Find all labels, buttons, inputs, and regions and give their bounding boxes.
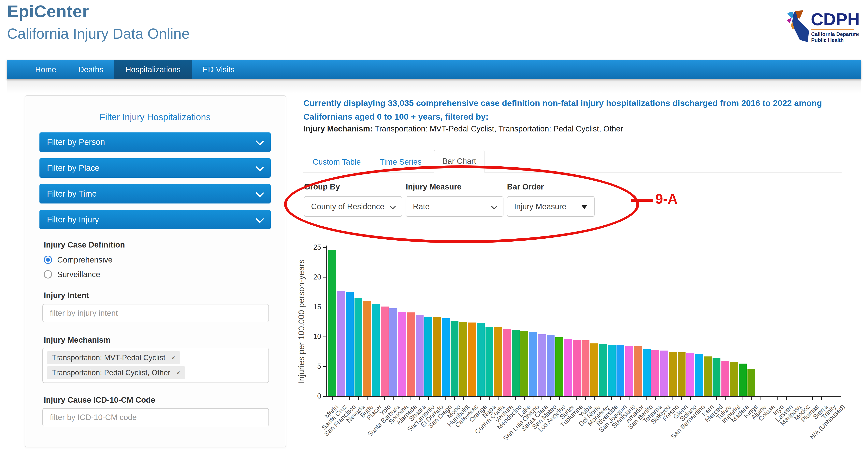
bar-fresno[interactable] [669,352,677,396]
bar-amador[interactable] [634,347,642,396]
x-tick [611,397,612,400]
bar-kings[interactable] [747,369,755,396]
x-tick [480,397,481,400]
bar-nevada[interactable] [354,298,362,396]
accordion-filter-by-time[interactable]: Filter by Time [39,184,271,204]
bar-yuba[interactable] [582,340,589,396]
chevron-down-icon [256,189,264,197]
x-tick [568,397,568,400]
bar-imperial[interactable] [730,362,738,396]
bar-mendocino[interactable] [512,330,520,396]
injury-mechanism-input[interactable]: Transportation: MVT-Pedal Cyclist×Transp… [42,348,269,383]
bar-alameda[interactable] [407,312,415,396]
x-tick [559,397,560,400]
bar-san-joaquin[interactable] [617,345,624,396]
bar-monterey[interactable] [599,344,607,396]
bar-san-bernardino[interactable] [695,354,703,396]
bar-yolo[interactable] [381,306,389,396]
bar-los-angeles[interactable] [555,337,563,396]
bar-ventura[interactable] [503,329,511,396]
x-tick [786,397,787,400]
x-tick [358,397,359,400]
bar-san-mateo[interactable] [547,335,555,396]
cdph-logo: CDPH California Department of Public Hea… [785,9,859,47]
bar-santa-cruz[interactable] [337,291,345,396]
radio-surveillance[interactable]: Surveillance [44,270,100,279]
bar-mono[interactable] [451,321,459,396]
x-tick [655,397,656,400]
bar-sacramento[interactable] [424,317,432,396]
x-tick [524,397,525,400]
remove-tag-icon[interactable]: × [171,354,175,362]
bar-santa-barbara[interactable] [390,308,397,396]
bar-lake[interactable] [520,331,528,396]
svg-text:Public Health: Public Health [811,37,844,43]
x-tick [708,397,708,400]
bar-napa[interactable] [486,327,493,396]
bar-san-luis-obispo[interactable] [529,332,537,396]
nav-item-deaths[interactable]: Deaths [67,60,115,79]
bar-riverside[interactable] [608,344,616,396]
bar-sutter[interactable] [564,339,572,396]
bar-solano[interactable] [686,353,694,396]
bar-butte[interactable] [363,301,371,396]
tab-custom-table[interactable]: Custom Table [313,157,361,167]
bar-glenn[interactable] [678,352,685,396]
bar-marin[interactable] [328,250,336,396]
radio-selected-icon[interactable] [44,255,52,264]
bar-siskiyou[interactable] [660,351,668,396]
x-tick [839,397,839,400]
bar-kern[interactable] [704,357,712,396]
chevron-down-icon [256,137,264,146]
bar-el-dorado[interactable] [433,317,441,396]
bar-sonoma[interactable] [398,312,406,396]
x-tick [743,397,743,400]
y-tick [323,336,326,337]
chevron-down-icon [256,163,264,171]
nav-item-home[interactable]: Home [24,60,67,79]
x-tick [454,397,455,400]
x-tick [515,397,516,400]
bar-madera[interactable] [739,364,747,396]
bar-stanislaus[interactable] [625,346,633,396]
bar-humboldt[interactable] [459,322,467,396]
radio-unselected-icon[interactable] [44,270,52,278]
bar-tuolumne[interactable] [573,340,581,396]
nav-item-ed-visits[interactable]: ED Visits [192,60,246,79]
x-tick [445,397,446,400]
bar-placer[interactable] [372,304,380,396]
x-tick [594,397,595,400]
bar-tulare[interactable] [721,361,729,396]
bar-merced[interactable] [713,358,720,396]
bar-calaveras[interactable] [468,323,476,396]
accordion-filter-by-place[interactable]: Filter by Place [39,158,271,178]
injury-intent-label: Injury Intent [44,291,89,300]
y-tick-label: 20 [303,273,321,281]
bar-tehama[interactable] [651,350,659,396]
x-tick [437,397,437,400]
nav-item-hospitalizations[interactable]: Hospitalizations [114,60,191,79]
radio-comprehensive[interactable]: Comprehensive [44,255,113,265]
injury-intent-input[interactable]: filter by injury intent [42,304,269,322]
tab-time-series[interactable]: Time Series [380,157,422,167]
bar-shasta[interactable] [416,315,424,396]
main-nav: HomeDeathsHospitalizationsED Visits [7,60,861,79]
x-tick [393,397,394,400]
bar-del-norte[interactable] [590,343,598,396]
accordion-filter-by-injury[interactable]: Filter by Injury [39,210,271,229]
bar-contra-costa[interactable] [494,327,502,396]
y-tick-label: 10 [303,332,321,341]
bar-orange[interactable] [477,323,485,396]
accordion-filter-by-person[interactable]: Filter by Person [39,132,271,152]
x-tick [550,397,551,400]
y-axis-line [326,245,327,397]
y-tick [323,366,326,367]
annotation-label: 9-A [655,191,678,207]
bar-san-diego[interactable] [442,319,450,396]
bar-san-francisco[interactable] [346,292,354,396]
bar-san-benito[interactable] [643,349,651,396]
annotation-ellipse [284,166,639,243]
remove-tag-icon[interactable]: × [176,369,180,377]
bar-santa-clara[interactable] [538,334,546,396]
icd-code-input[interactable]: filter by ICD-10-CM code [42,408,269,426]
